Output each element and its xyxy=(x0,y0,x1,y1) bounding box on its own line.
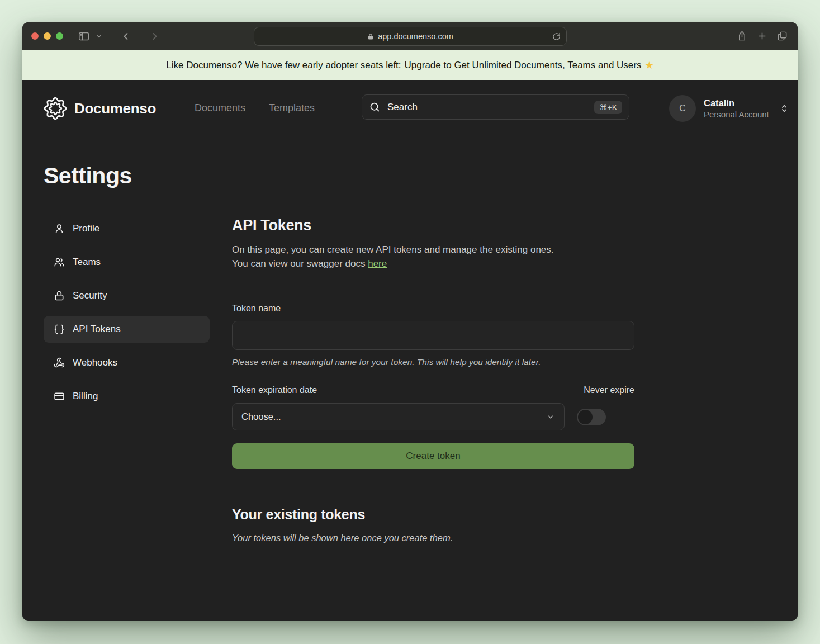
token-name-input[interactable] xyxy=(232,321,634,350)
sidebar-item-label: Webhooks xyxy=(73,357,117,368)
never-expire-label: Never expire xyxy=(584,385,634,395)
description-line2: You can view our swagger docs xyxy=(232,258,365,269)
sidebar-item-billing[interactable]: Billing xyxy=(44,383,210,410)
expiration-select[interactable]: Choose... xyxy=(232,403,565,430)
account-menu[interactable]: C Catalin Personal Account xyxy=(669,95,789,122)
sidebar-item-teams[interactable]: Teams xyxy=(44,249,210,276)
url-text: app.documenso.com xyxy=(378,32,453,41)
traffic-lights xyxy=(31,32,63,40)
webhook-icon xyxy=(54,357,65,368)
sidebar-item-label: Billing xyxy=(73,391,98,402)
new-tab-icon[interactable] xyxy=(757,31,767,41)
star-icon: ★ xyxy=(644,59,653,72)
tls-lock-icon xyxy=(367,33,374,40)
sidebar-item-profile[interactable]: Profile xyxy=(44,215,210,242)
browser-window: app.documenso.com xyxy=(22,22,798,621)
account-type: Personal Account xyxy=(704,110,780,119)
banner-text: Like Documenso? We have few early adopte… xyxy=(166,60,401,71)
sidebar-item-label: Teams xyxy=(73,257,101,268)
search-input[interactable]: Search ⌘+K xyxy=(362,94,629,120)
settings-sidebar: Profile Teams Security AP xyxy=(44,215,210,410)
sidebar-item-label: API Tokens xyxy=(73,324,121,335)
swagger-docs-link[interactable]: here xyxy=(368,258,387,269)
documenso-flower-icon xyxy=(45,98,66,119)
brand-logo[interactable]: Documenso xyxy=(44,97,156,120)
chevron-up-down-icon xyxy=(780,103,789,114)
promo-banner: Like Documenso? We have few early adopte… xyxy=(22,50,798,80)
documenso-app: Documenso Documents Templates Search ⌘+K… xyxy=(22,80,798,620)
sidebar-item-security[interactable]: Security xyxy=(44,282,210,309)
avatar: C xyxy=(669,95,696,122)
token-expiration-label: Token expiration date xyxy=(232,385,317,395)
chevron-down-icon xyxy=(546,413,555,422)
user-icon xyxy=(54,223,65,234)
expiration-select-value: Choose... xyxy=(241,411,281,422)
back-button[interactable] xyxy=(120,31,131,42)
never-expire-toggle[interactable] xyxy=(577,409,606,425)
browser-chrome: app.documenso.com xyxy=(22,22,798,50)
top-nav: Documents Templates xyxy=(195,102,315,114)
zoom-window-button[interactable] xyxy=(56,32,63,40)
nav-templates[interactable]: Templates xyxy=(269,102,315,114)
api-tokens-panel: API Tokens On this page, you can create … xyxy=(232,217,777,543)
token-name-help: Please enter a meaningful name for your … xyxy=(232,357,777,367)
users-icon xyxy=(54,257,65,268)
sidebar-chevron-icon[interactable] xyxy=(96,33,102,40)
search-shortcut-badge: ⌘+K xyxy=(594,101,622,114)
sidebar-item-label: Profile xyxy=(73,223,99,234)
forward-button[interactable] xyxy=(149,31,160,42)
search-icon xyxy=(369,101,381,113)
section-title: API Tokens xyxy=(232,217,777,234)
toggle-knob xyxy=(578,410,593,424)
page-title: Settings xyxy=(44,163,132,189)
existing-tokens-empty-note: Your tokens will be shown here once you … xyxy=(232,533,777,543)
reload-icon[interactable] xyxy=(552,32,561,41)
create-token-button[interactable]: Create token xyxy=(232,443,634,469)
braces-icon xyxy=(54,324,65,335)
brand-name: Documenso xyxy=(74,100,156,117)
search-label: Search xyxy=(387,102,587,113)
existing-tokens-title: Your existing tokens xyxy=(232,506,777,523)
lock-icon xyxy=(54,290,65,301)
minimize-window-button[interactable] xyxy=(44,32,51,40)
nav-documents[interactable]: Documents xyxy=(195,102,245,114)
token-name-label: Token name xyxy=(232,304,777,314)
sidebar-toggle-icon[interactable] xyxy=(78,30,90,42)
sidebar-item-webhooks[interactable]: Webhooks xyxy=(44,349,210,376)
divider xyxy=(232,283,777,283)
tab-overview-icon[interactable] xyxy=(777,31,788,41)
address-bar[interactable]: app.documenso.com xyxy=(254,27,567,46)
description-line1: On this page, you can create new API tok… xyxy=(232,244,554,255)
sidebar-item-api-tokens[interactable]: API Tokens xyxy=(44,316,210,343)
section-description: On this page, you can create new API tok… xyxy=(232,243,777,271)
sidebar-item-label: Security xyxy=(73,290,107,301)
divider xyxy=(232,490,777,490)
share-icon[interactable] xyxy=(737,30,747,42)
account-name: Catalin xyxy=(704,98,780,108)
upgrade-link[interactable]: Upgrade to Get Unlimited Documents, Team… xyxy=(405,60,642,71)
close-window-button[interactable] xyxy=(31,32,39,40)
credit-card-icon xyxy=(54,391,65,402)
